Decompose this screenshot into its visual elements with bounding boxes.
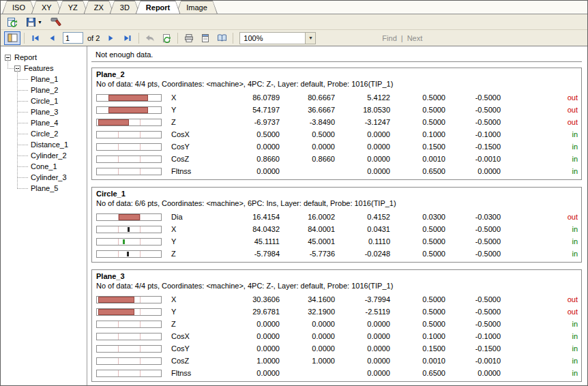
refresh-button[interactable] bbox=[159, 31, 174, 45]
gauge-tick bbox=[140, 358, 141, 364]
page-number-input[interactable] bbox=[63, 32, 83, 44]
lower-tolerance-value: -0.5000 bbox=[445, 225, 501, 233]
refresh-report-button[interactable] bbox=[5, 15, 20, 29]
lower-tolerance-value: -0.1500 bbox=[445, 344, 501, 353]
gauge-fill bbox=[98, 119, 129, 125]
upper-tolerance-value: 0.5000 bbox=[390, 93, 445, 102]
tree-item-circle_2[interactable]: Circle_2 bbox=[1, 128, 87, 139]
toolbar-separator bbox=[138, 33, 139, 44]
row-label: CosX bbox=[166, 130, 224, 138]
nominal-value: 34.1600 bbox=[280, 295, 335, 303]
upper-tolerance-value: 0.5000 bbox=[390, 308, 445, 316]
tree-item-plane_3[interactable]: Plane_3 bbox=[1, 106, 87, 117]
tree-item-plane_5[interactable]: Plane_5 bbox=[1, 183, 87, 194]
tab-image[interactable]: Image bbox=[176, 1, 218, 14]
tolerance-gauge bbox=[96, 308, 162, 316]
status-label: in bbox=[550, 237, 581, 246]
actual-value: 0.5000 bbox=[224, 130, 280, 138]
nominal-value: -3.8490 bbox=[280, 118, 335, 126]
zoom-select[interactable]: 100% ▼ bbox=[239, 32, 316, 44]
tree-item-label: Cylinder_3 bbox=[31, 173, 67, 181]
section-rows: Dia 16.4154 16.0002 0.4152 0.0300 -0.030… bbox=[92, 211, 581, 262]
feature-section-circle_1: Circle_1 No of data: 6/6 pts, Coordinate… bbox=[91, 187, 582, 263]
document-map-toggle-button[interactable] bbox=[4, 31, 20, 45]
upper-tolerance-value: 0.5000 bbox=[390, 250, 445, 258]
upper-tolerance-value: 0.0010 bbox=[390, 357, 445, 365]
lower-tolerance-value: -0.5000 bbox=[445, 118, 501, 126]
actual-value: 0.0000 bbox=[224, 143, 280, 151]
row-label: CosY bbox=[166, 143, 224, 151]
find-next-separator: | bbox=[401, 34, 403, 42]
nominal-value: 32.1900 bbox=[280, 308, 335, 316]
upper-tolerance-value: 0.1500 bbox=[390, 344, 445, 353]
section-title: Circle_1 bbox=[92, 188, 581, 198]
status-label: in bbox=[550, 167, 581, 175]
actual-value: 29.6781 bbox=[224, 308, 280, 316]
tree-item-cone_1[interactable]: Cone_1 bbox=[1, 161, 87, 172]
tab-iso[interactable]: ISO bbox=[2, 1, 35, 14]
nominal-value: -5.7736 bbox=[280, 250, 335, 258]
save-button[interactable]: ▼ bbox=[24, 15, 44, 29]
status-label: in bbox=[550, 320, 581, 328]
deviation-value: -0.0248 bbox=[335, 250, 390, 258]
tree-item-plane_4[interactable]: Plane_4 bbox=[1, 117, 87, 128]
last-page-button[interactable] bbox=[120, 31, 135, 45]
view-tabstrip: ISO XY YZ ZX 3D Report Image bbox=[1, 1, 587, 14]
tab-xy[interactable]: XY bbox=[31, 1, 62, 14]
toolbar-separator bbox=[24, 33, 25, 44]
tab-yz[interactable]: YZ bbox=[58, 1, 88, 14]
nominal-value: 16.0002 bbox=[280, 213, 335, 221]
tab-3d[interactable]: 3D bbox=[110, 1, 140, 14]
lower-tolerance-value: -0.0010 bbox=[445, 357, 501, 365]
find-area: Find | Next bbox=[382, 34, 422, 42]
tree-item-cylinder_3[interactable]: Cylinder_3 bbox=[1, 172, 87, 183]
last-page-icon bbox=[123, 34, 132, 42]
tree-item-distance_1[interactable]: Distance_1 bbox=[1, 139, 87, 150]
tree-item-label: Plane_2 bbox=[31, 86, 58, 94]
gauge-fill bbox=[119, 214, 140, 220]
tree-item-plane_2[interactable]: Plane_2 bbox=[1, 85, 87, 95]
report-settings-button[interactable] bbox=[48, 15, 63, 29]
lower-tolerance-value: 0.0000 bbox=[445, 167, 501, 175]
deviation-value: 0.0431 bbox=[335, 225, 390, 233]
gauge-tick bbox=[140, 346, 141, 352]
feature-section-plane_3: Plane_3 No of data: 4/4 pts, Coordinates… bbox=[91, 269, 582, 382]
page-setup-button[interactable] bbox=[214, 31, 229, 45]
tree-item-cylinder_2[interactable]: Cylinder_2 bbox=[1, 150, 87, 161]
first-page-button[interactable] bbox=[28, 31, 43, 45]
tolerance-gauge bbox=[96, 213, 162, 221]
tab-report[interactable]: Report bbox=[136, 1, 180, 14]
toolbar-separator bbox=[233, 33, 233, 44]
tab-zx[interactable]: ZX bbox=[84, 1, 114, 14]
tree-item-label: Features bbox=[24, 64, 53, 72]
tab-label: Report bbox=[136, 1, 179, 14]
upper-tolerance-value: 0.1000 bbox=[390, 130, 445, 138]
upper-tolerance-value: 0.5000 bbox=[390, 295, 445, 303]
status-label: in bbox=[550, 250, 581, 258]
gauge-fill bbox=[108, 107, 148, 113]
print-layout-button[interactable] bbox=[198, 31, 213, 45]
row-label: Y bbox=[166, 308, 224, 316]
next-page-button[interactable] bbox=[104, 31, 119, 45]
upper-tolerance-value: 0.5000 bbox=[390, 225, 445, 233]
find-link[interactable]: Find bbox=[382, 34, 396, 42]
find-next-link[interactable]: Next bbox=[407, 34, 423, 42]
tolerance-gauge bbox=[96, 345, 162, 353]
save-icon bbox=[26, 17, 36, 27]
upper-tolerance-value: 0.5000 bbox=[390, 106, 445, 114]
lower-tolerance-value: -0.0300 bbox=[445, 213, 501, 221]
upper-tolerance-value: 0.6500 bbox=[390, 369, 445, 377]
deviation-value: 0.0000 bbox=[335, 320, 390, 328]
tree-item-circle_1[interactable]: Circle_1 bbox=[1, 95, 87, 106]
lower-tolerance-value: -0.0010 bbox=[445, 155, 501, 163]
tree-item-label: Report bbox=[14, 53, 37, 61]
tree-item-plane_1[interactable]: Plane_1 bbox=[1, 74, 87, 85]
tree-item-features[interactable]: Features bbox=[1, 63, 87, 74]
row-label: X bbox=[166, 295, 224, 303]
print-button[interactable] bbox=[181, 31, 196, 45]
measurement-row: Fltnss 0.0000 0.0000 0.6500 0.0000 in bbox=[92, 367, 581, 379]
back-button[interactable] bbox=[143, 31, 158, 45]
tolerance-gauge bbox=[96, 94, 162, 102]
tab-label: ISO bbox=[3, 1, 35, 14]
prev-page-button[interactable] bbox=[44, 31, 59, 45]
